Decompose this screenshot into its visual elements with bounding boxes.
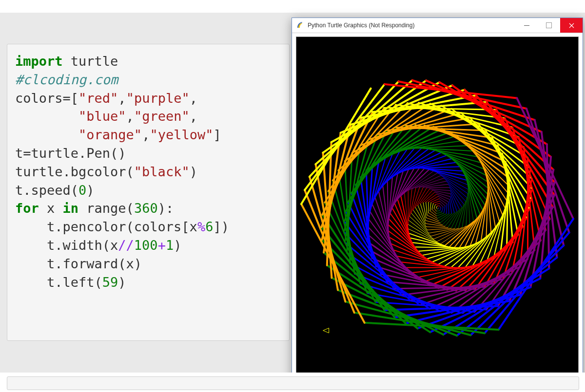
bottom-white-strip [0, 373, 585, 392]
svg-line-13 [440, 204, 443, 207]
code-text: turtle.bgcolor( [15, 164, 134, 179]
svg-line-8 [440, 208, 441, 211]
svg-line-116 [419, 168, 463, 171]
svg-line-23 [430, 202, 431, 211]
svg-line-19 [440, 201, 445, 206]
svg-line-80 [444, 178, 467, 198]
t: ) [86, 183, 94, 198]
number: 100 [134, 238, 158, 253]
minimize-button[interactable] [515, 18, 538, 33]
svg-line-5 [436, 206, 437, 207]
svg-line-54 [418, 189, 429, 205]
svg-line-60 [415, 188, 427, 207]
turtle-window[interactable]: Python Turtle Graphics (Not Responding) [292, 18, 583, 384]
code-text: t.pencolor(colors[x [15, 219, 197, 234]
code-text: t=turtle.Pen() [15, 146, 126, 161]
svg-line-9 [436, 211, 440, 211]
t: ) [174, 238, 181, 253]
svg-line-14 [442, 207, 443, 212]
keyword-for: for [15, 201, 39, 216]
window-title: Python Turtle Graphics (Not Responding) [308, 22, 414, 29]
svg-line-20 [444, 206, 446, 213]
t: ) [190, 164, 197, 179]
maximize-button[interactable] [538, 18, 560, 33]
operator-floordiv: // [118, 238, 134, 253]
number: 6 [205, 219, 213, 234]
page-root: import turtle #clcoding.com colors=["red… [0, 0, 585, 392]
comment: #clcoding.com [15, 72, 118, 87]
svg-line-11 [434, 205, 435, 208]
svg-line-52 [426, 224, 445, 226]
string: "green" [134, 109, 190, 124]
svg-line-35 [426, 202, 427, 215]
svg-line-15 [436, 212, 442, 214]
spiral-drawing [296, 37, 578, 379]
svg-line-70 [429, 228, 455, 233]
t: , [126, 109, 134, 124]
turtle-canvas [296, 37, 579, 379]
string: "red" [78, 91, 118, 106]
svg-line-41 [423, 203, 426, 218]
svg-line-62 [449, 187, 462, 207]
t: range( [78, 201, 134, 216]
svg-line-75 [458, 201, 466, 228]
operator-plus: + [158, 238, 166, 253]
svg-line-101 [409, 233, 445, 245]
svg-line-32 [448, 202, 449, 214]
string: "purple" [126, 91, 190, 106]
operator-mod: % [197, 219, 205, 234]
number: 360 [134, 201, 158, 216]
code-text: colors=[ [15, 91, 78, 106]
svg-line-107 [410, 238, 449, 247]
svg-line-18 [433, 201, 440, 203]
keyword-import: import [15, 54, 63, 69]
svg-line-10 [434, 208, 436, 211]
code-text: t.speed( [15, 183, 78, 198]
python-feather-icon [296, 21, 304, 30]
source-code: import turtle #clcoding.com colors=["red… [15, 52, 281, 291]
svg-line-7 [439, 206, 441, 208]
t: , [142, 127, 150, 142]
svg-line-93 [468, 189, 470, 224]
svg-line-61 [427, 187, 449, 188]
svg-line-346 [310, 177, 346, 301]
top-white-strip [0, 0, 585, 13]
string: "black" [134, 164, 190, 179]
titlebar[interactable]: Python Turtle Graphics (Not Responding) [292, 18, 583, 33]
svg-line-27 [437, 214, 447, 218]
t: , [190, 109, 197, 124]
close-icon [569, 23, 574, 28]
svg-line-344 [470, 245, 564, 335]
t: ] [213, 127, 221, 142]
t: x [39, 201, 63, 216]
bottom-panel [7, 376, 579, 390]
code-text: t.width(x [15, 238, 118, 253]
svg-line-17 [432, 203, 433, 209]
svg-line-350 [485, 233, 569, 334]
svg-marker-360 [323, 328, 329, 333]
close-button[interactable] [560, 18, 583, 33]
number: 1 [166, 238, 174, 253]
t: ]) [213, 219, 229, 234]
string: "blue" [78, 109, 126, 124]
svg-line-22 [430, 211, 436, 216]
svg-line-57 [448, 209, 460, 227]
svg-line-42 [423, 192, 435, 203]
number: 0 [78, 183, 86, 198]
string: "yellow" [150, 127, 213, 142]
string: "orange" [78, 127, 142, 142]
t: ): [158, 201, 174, 216]
code-text: t.forward(x) [15, 256, 142, 271]
svg-line-26 [446, 204, 447, 214]
t: , [118, 91, 126, 106]
svg-line-72 [411, 187, 420, 213]
keyword-in: in [63, 201, 79, 216]
t: ) [118, 275, 126, 290]
svg-line-51 [445, 211, 457, 226]
code-panel: import turtle #clcoding.com colors=["red… [7, 44, 290, 341]
text: turtle [63, 54, 118, 69]
svg-line-77 [410, 217, 431, 236]
svg-line-84 [409, 189, 412, 220]
code-text: t.left( [15, 275, 102, 290]
svg-line-12 [435, 204, 440, 205]
